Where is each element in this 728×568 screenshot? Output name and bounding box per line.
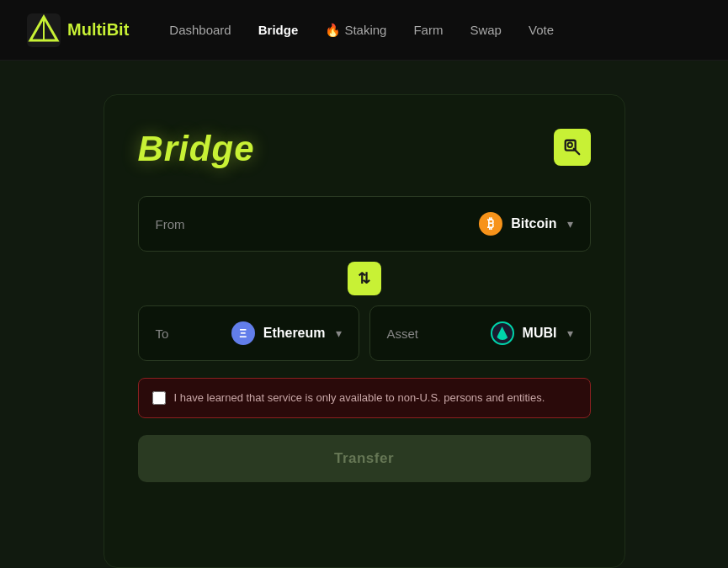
nav-link-bridge[interactable]: Bridge xyxy=(258,23,299,37)
nav-link-vote[interactable]: Vote xyxy=(529,23,554,37)
svg-point-5 xyxy=(567,143,572,148)
logo-text: MultiBit xyxy=(67,20,129,40)
to-chain-selector[interactable]: Ξ Ethereum ▾ xyxy=(231,321,342,345)
main-content: Bridge From ₿ Bitcoin ▾ xyxy=(0,61,728,568)
to-section: To Ξ Ethereum ▾ xyxy=(138,305,359,361)
from-chain-selector[interactable]: ₿ Bitcoin ▾ xyxy=(479,212,572,236)
disclaimer-text: I have learned that service is only avai… xyxy=(174,390,545,406)
bridge-card: Bridge From ₿ Bitcoin ▾ xyxy=(104,94,625,568)
bitcoin-icon: ₿ xyxy=(479,212,502,236)
from-chain-name: Bitcoin xyxy=(511,216,556,231)
logo-icon xyxy=(27,13,61,47)
bridge-header: Bridge xyxy=(138,129,591,169)
from-section: From ₿ Bitcoin ▾ xyxy=(138,196,591,252)
navbar: MultiBit Dashboard Bridge 🔥 Staking Farm… xyxy=(0,0,728,61)
ethereum-icon: Ξ xyxy=(231,321,255,345)
bridge-title: Bridge xyxy=(138,129,255,169)
nav-item-swap[interactable]: Swap xyxy=(470,23,502,38)
nav-item-farm[interactable]: Farm xyxy=(413,23,443,38)
asset-token-name: MUBI xyxy=(523,326,557,341)
swap-arrows-icon: ⇅ xyxy=(358,269,370,288)
bridge-search-button[interactable] xyxy=(554,129,591,166)
magnify-icon xyxy=(563,138,582,157)
nav-item-dashboard[interactable]: Dashboard xyxy=(169,23,231,38)
nav-link-dashboard[interactable]: Dashboard xyxy=(169,23,231,37)
mubi-icon xyxy=(491,321,514,345)
nav-item-staking[interactable]: 🔥 Staking xyxy=(325,23,386,38)
nav-link-farm[interactable]: Farm xyxy=(413,23,443,37)
to-chain-chevron: ▾ xyxy=(336,326,342,340)
from-chain-chevron: ▾ xyxy=(567,217,573,231)
to-chain-name: Ethereum xyxy=(263,326,326,341)
nav-link-swap[interactable]: Swap xyxy=(470,23,502,37)
svg-line-4 xyxy=(573,149,578,154)
disclaimer-checkbox[interactable] xyxy=(152,391,166,405)
to-asset-row: To Ξ Ethereum ▾ Asset MUBI ▾ xyxy=(138,305,591,361)
swap-direction-button[interactable]: ⇅ xyxy=(348,262,381,295)
nav-menu: Dashboard Bridge 🔥 Staking Farm Swap Vot… xyxy=(169,23,554,38)
nav-link-staking[interactable]: 🔥 Staking xyxy=(325,23,386,37)
to-label: To xyxy=(156,326,169,341)
disclaimer-box: I have learned that service is only avai… xyxy=(138,378,591,418)
transfer-button[interactable]: Transfer xyxy=(138,435,591,482)
asset-section: Asset MUBI ▾ xyxy=(369,305,591,361)
swap-container: ⇅ xyxy=(138,262,591,295)
from-label: From xyxy=(156,217,185,231)
asset-label: Asset xyxy=(387,326,419,341)
asset-chevron: ▾ xyxy=(567,326,573,340)
nav-item-vote[interactable]: Vote xyxy=(529,23,554,38)
logo[interactable]: MultiBit xyxy=(27,13,129,47)
asset-selector[interactable]: MUBI ▾ xyxy=(491,321,573,345)
nav-item-bridge[interactable]: Bridge xyxy=(258,23,299,38)
